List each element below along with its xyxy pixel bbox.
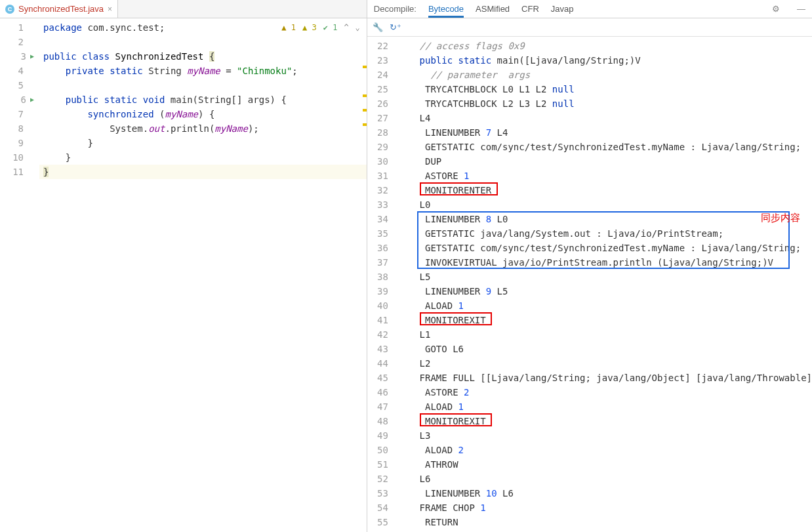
bytecode-line[interactable]: LINENUMBER 10 L6 xyxy=(394,486,812,501)
refresh-icon[interactable]: ↻⁺ xyxy=(390,22,401,32)
inspection-widget[interactable]: ▲ 1 ▲ 3 ✔ 1 ^ ⌄ xyxy=(281,20,360,35)
bytecode-line-number: 33 xyxy=(367,197,394,212)
bytecode-line[interactable]: ATHROW xyxy=(394,457,812,472)
source-line[interactable]: } xyxy=(39,165,367,179)
bytecode-line[interactable]: L3 xyxy=(394,428,812,443)
bytecode-line[interactable]: // parameter args xyxy=(394,68,812,82)
bytecode-line-number: 54 xyxy=(367,501,394,515)
editor-tab[interactable]: C SynchronizedTest.java × xyxy=(0,0,118,18)
bytecode-line-number: 49 xyxy=(367,428,394,443)
ok-icon: ✔ 1 xyxy=(323,20,338,35)
bytecode-line-number: 50 xyxy=(367,443,394,457)
decompile-label: Decompile: xyxy=(374,4,416,14)
source-line[interactable]: private static String myName = "Chinmoku… xyxy=(39,64,367,78)
bytecode-line[interactable]: FRAME FULL [[Ljava/lang/String; java/lan… xyxy=(394,371,812,385)
bytecode-line[interactable]: ALOAD 1 xyxy=(394,298,812,313)
bytecode-line[interactable]: L5 xyxy=(394,270,812,284)
line-number: 6▶ xyxy=(0,92,39,107)
line-number: 4 xyxy=(0,64,39,78)
line-number: 9 xyxy=(0,136,39,150)
decompile-tab-javap[interactable]: Javap xyxy=(551,4,574,14)
highlight-redbox xyxy=(420,413,492,426)
bytecode-line[interactable]: GOTO L6 xyxy=(394,342,812,356)
bytecode-line-number: 38 xyxy=(367,270,394,284)
bytecode-line-number: 48 xyxy=(367,414,394,428)
bytecode-line[interactable]: L2 xyxy=(394,356,812,371)
bytecode-line[interactable]: ALOAD 1 xyxy=(394,399,812,414)
bytecode-line-number: 53 xyxy=(367,486,394,501)
bytecode-line[interactable]: TRYCATCHBLOCK L2 L3 L2 null xyxy=(394,96,812,111)
decompiler-pane: Decompile: BytecodeASMifiedCFRJavap ⚙ — … xyxy=(367,0,812,532)
bytecode-line[interactable]: RETURN xyxy=(394,515,812,529)
minimize-icon[interactable]: — xyxy=(797,4,805,14)
bytecode-line[interactable]: ALOAD 2 xyxy=(394,443,812,457)
bytecode-line-number: 51 xyxy=(367,457,394,472)
source-line[interactable]: System.out.println(myName); xyxy=(39,121,367,136)
run-icon[interactable]: ▶ xyxy=(30,92,34,107)
source-line[interactable]: synchronized (myName) { xyxy=(39,107,367,121)
bytecode-line[interactable]: // access flags 0x9 xyxy=(394,39,812,53)
bytecode-line[interactable]: LINENUMBER 7 L4 xyxy=(394,125,812,140)
decompile-toolbar: 🔧 ↻⁺ xyxy=(367,18,812,37)
bytecode-code[interactable]: // access flags 0x9 public static main([… xyxy=(394,37,812,532)
line-number: 11 xyxy=(0,165,39,179)
bytecode-line[interactable]: DUP xyxy=(394,154,812,169)
line-number: 10 xyxy=(0,150,39,165)
bytecode-line[interactable]: L0 xyxy=(394,197,812,212)
line-number: 7 xyxy=(0,107,39,121)
wrench-icon[interactable]: 🔧 xyxy=(373,22,383,32)
bytecode-line[interactable]: public static main([Ljava/lang/String;)V xyxy=(394,53,812,68)
bytecode-line-number: 52 xyxy=(367,472,394,486)
chevron-down-icon[interactable]: ⌄ xyxy=(355,20,360,35)
source-line[interactable]: public class SynchronizedTest { xyxy=(39,49,367,64)
bytecode-line-number: 39 xyxy=(367,284,394,298)
line-number: 2 xyxy=(0,35,39,49)
chevron-up-icon[interactable]: ^ xyxy=(344,20,348,35)
source-editor-pane: C SynchronizedTest.java × 123▶456▶789101… xyxy=(0,0,367,532)
bytecode-line-number: 42 xyxy=(367,327,394,342)
line-number: 5 xyxy=(0,78,39,92)
weak-warning-icon: ▲ 3 xyxy=(302,20,317,35)
bytecode-gutter: 2223242526272829303132333435363738394041… xyxy=(367,37,394,532)
bytecode-line[interactable]: ASTORE 1 xyxy=(394,169,812,183)
source-line[interactable] xyxy=(39,78,367,92)
close-icon[interactable]: × xyxy=(108,5,112,14)
bytecode-view[interactable]: 2223242526272829303132333435363738394041… xyxy=(367,37,812,532)
decompile-tab-asmified[interactable]: ASMified xyxy=(476,4,510,14)
bytecode-line-number: 35 xyxy=(367,226,394,241)
bytecode-line[interactable]: FRAME CHOP 1 xyxy=(394,501,812,515)
bytecode-line-number: 45 xyxy=(367,371,394,385)
bytecode-line-number: 55 xyxy=(367,515,394,529)
gear-icon[interactable]: ⚙ xyxy=(772,4,780,14)
class-icon: C xyxy=(5,5,14,14)
bytecode-line-number: 41 xyxy=(367,313,394,327)
bytecode-line-number: 47 xyxy=(367,399,394,414)
bytecode-line-number: 44 xyxy=(367,356,394,371)
decompile-tab-cfr[interactable]: CFR xyxy=(521,4,539,14)
bytecode-line[interactable]: L6 xyxy=(394,472,812,486)
bytecode-line-number: 31 xyxy=(367,169,394,183)
source-line[interactable]: public static void main(String[] args) { xyxy=(39,92,367,107)
source-line[interactable]: } xyxy=(39,150,367,165)
line-number: 3▶ xyxy=(0,49,39,64)
source-line[interactable] xyxy=(39,35,367,49)
bytecode-line[interactable]: L4 xyxy=(394,111,812,125)
bytecode-line-number: 22 xyxy=(367,39,394,53)
run-icon[interactable]: ▶ xyxy=(30,49,34,64)
source-editor[interactable]: 123▶456▶7891011 ▲ 1 ▲ 3 ✔ 1 ^ ⌄ package … xyxy=(0,18,367,532)
bytecode-line[interactable]: LINENUMBER 9 L5 xyxy=(394,284,812,298)
bytecode-line[interactable]: GETSTATIC com/sync/test/SynchronizedTest… xyxy=(394,140,812,154)
bytecode-line[interactable]: ASTORE 2 xyxy=(394,385,812,399)
code-area[interactable]: ▲ 1 ▲ 3 ✔ 1 ^ ⌄ package com.sync.test;pu… xyxy=(39,18,367,532)
bytecode-line[interactable]: TRYCATCHBLOCK L0 L1 L2 null xyxy=(394,82,812,96)
bytecode-line-number: 28 xyxy=(367,125,394,140)
decompile-tab-bytecode[interactable]: Bytecode xyxy=(428,4,464,18)
line-gutter: 123▶456▶7891011 xyxy=(0,18,39,532)
bytecode-line-number: 26 xyxy=(367,96,394,111)
bytecode-line[interactable]: L1 xyxy=(394,327,812,342)
tab-filename: SynchronizedTest.java xyxy=(18,4,104,14)
annotation-label: 同步内容 xyxy=(761,211,800,225)
source-line[interactable]: } xyxy=(39,136,367,150)
line-number: 8 xyxy=(0,121,39,136)
bytecode-line-number: 29 xyxy=(367,140,394,154)
